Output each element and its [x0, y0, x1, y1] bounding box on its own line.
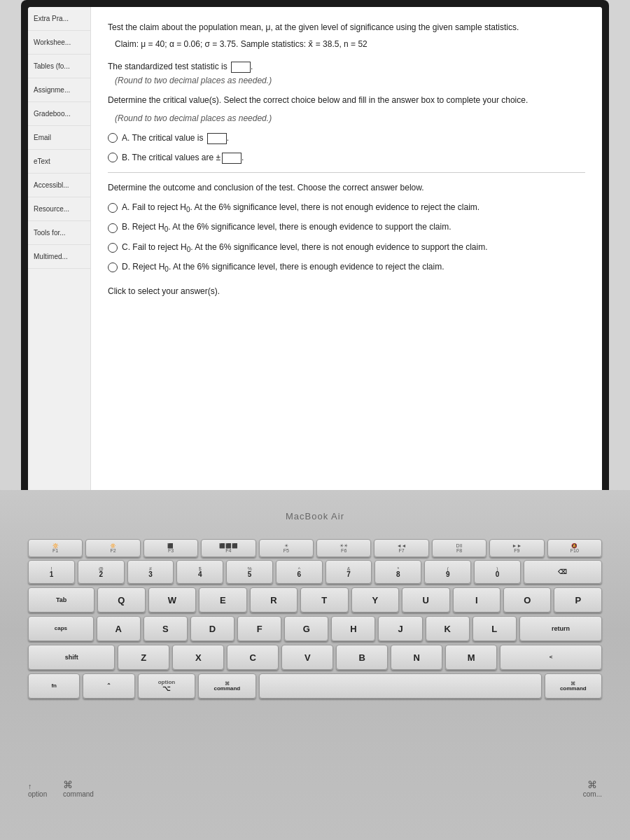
outcome-choices: A. Fail to reject H0. At the 6% signific…: [108, 201, 585, 275]
key-8[interactable]: * 8: [374, 560, 421, 584]
key-backspace[interactable]: ⌫: [524, 560, 602, 584]
key-command-right[interactable]: ⌘ command: [545, 673, 602, 699]
key-v[interactable]: V: [281, 645, 333, 670]
key-c[interactable]: C: [227, 645, 279, 670]
sidebar-item-extra-practice[interactable]: Extra Pra...: [28, 7, 90, 31]
command-label-left: ⌘ command: [63, 779, 94, 798]
key-n[interactable]: N: [391, 645, 442, 670]
key-l[interactable]: L: [472, 616, 517, 641]
sidebar-item-accessible[interactable]: Accessibl...: [28, 174, 90, 197]
key-4[interactable]: $ 4: [176, 560, 223, 584]
key-g[interactable]: G: [284, 616, 328, 641]
key-t[interactable]: T: [300, 587, 348, 612]
radio-outcome-a[interactable]: [108, 203, 118, 213]
key-b[interactable]: B: [336, 645, 388, 670]
key-i[interactable]: I: [453, 587, 500, 612]
key-y[interactable]: Y: [351, 587, 399, 612]
key-space[interactable]: [259, 673, 542, 699]
key-a[interactable]: A: [97, 616, 141, 641]
sidebar-item-worksheet[interactable]: Workshee...: [28, 31, 90, 55]
keyboard-area: MacBook Air 🔆 F1 🔅 F2 ⬛ F3 ⬛⬛⬛ F4 ☀: [0, 490, 630, 840]
key-f8[interactable]: DII F8: [432, 539, 486, 557]
key-7[interactable]: & 7: [326, 560, 372, 584]
option-text: option: [28, 790, 47, 798]
answer-box-a[interactable]: [207, 133, 227, 144]
key-u[interactable]: U: [402, 587, 449, 612]
test-statistic-box[interactable]: [231, 62, 251, 73]
sidebar-item-tables[interactable]: Tables (fo...: [28, 55, 90, 78]
key-m[interactable]: M: [445, 645, 497, 670]
choice-b-critical[interactable]: B. The critical values are ±.: [108, 151, 585, 164]
key-2[interactable]: @ 2: [78, 560, 125, 584]
choice-a-label: A. The critical value is .: [122, 132, 229, 144]
key-e[interactable]: E: [199, 587, 246, 612]
outcome-choice-d[interactable]: D. Reject H0. At the 6% significance lev…: [108, 260, 585, 274]
q-key-row: Tab Q W E R T Y U I O P: [28, 587, 602, 612]
option-symbol: ↑: [28, 782, 47, 790]
key-command-left[interactable]: ⌘ command: [198, 673, 255, 699]
key-1[interactable]: ! 1: [28, 560, 75, 584]
key-f4[interactable]: ⬛⬛⬛ F4: [201, 539, 255, 557]
radio-outcome-b[interactable]: [108, 223, 118, 233]
outcome-choice-c[interactable]: C. Fail to reject H0. At the 6% signific…: [108, 241, 585, 255]
choice-a-critical[interactable]: A. The critical value is .: [108, 132, 585, 144]
key-shift-right[interactable]: <: [500, 645, 602, 670]
key-f9[interactable]: ►► F9: [489, 539, 544, 557]
key-f[interactable]: F: [237, 616, 281, 641]
key-q[interactable]: Q: [97, 587, 145, 612]
key-6[interactable]: ^ 6: [276, 560, 323, 584]
key-f1[interactable]: 🔆 F1: [28, 539, 83, 557]
key-3[interactable]: # 3: [127, 560, 174, 584]
key-f5[interactable]: ☀ F5: [259, 539, 314, 557]
key-z[interactable]: Z: [118, 645, 169, 670]
command-symbol-left: ⌘: [63, 779, 94, 790]
sidebar-item-gradebook[interactable]: Gradeboo...: [28, 102, 90, 126]
key-tab[interactable]: Tab: [28, 587, 94, 612]
key-h[interactable]: H: [331, 616, 375, 641]
key-option-left[interactable]: option ⌥: [138, 673, 195, 699]
sidebar-item-assignments[interactable]: Assignme...: [28, 78, 90, 102]
key-f10[interactable]: 🔕 F10: [547, 539, 602, 557]
fn-key-row: 🔆 F1 🔅 F2 ⬛ F3 ⬛⬛⬛ F4 ☀ F5 ☀☀ F6: [28, 539, 602, 557]
key-0[interactable]: ) 0: [474, 560, 521, 584]
key-f7[interactable]: ◄◄ F7: [374, 539, 428, 557]
sidebar-item-etext[interactable]: eText: [28, 150, 90, 174]
key-caps-lock[interactable]: caps: [28, 616, 94, 641]
key-return[interactable]: return: [519, 616, 602, 641]
radio-outcome-d[interactable]: [108, 262, 118, 272]
key-s[interactable]: S: [144, 616, 188, 641]
key-j[interactable]: J: [378, 616, 422, 641]
key-f2[interactable]: 🔅 F2: [85, 539, 140, 557]
key-shift-left[interactable]: shift: [28, 645, 115, 670]
choice-b-label: B. The critical values are ±.: [122, 151, 244, 164]
outcome-c-text: C. Fail to reject H0. At the 6% signific…: [122, 241, 488, 255]
sidebar-item-email[interactable]: Email: [28, 126, 90, 150]
sidebar-item-multimedia[interactable]: Multimed...: [28, 245, 90, 269]
radio-b[interactable]: [108, 153, 118, 162]
key-9[interactable]: ( 9: [424, 560, 471, 584]
outcome-choice-a[interactable]: A. Fail to reject H0. At the 6% signific…: [108, 201, 585, 215]
radio-a[interactable]: [108, 133, 118, 143]
key-w[interactable]: W: [148, 587, 196, 612]
radio-outcome-c[interactable]: [108, 243, 118, 253]
keyboard: 🔆 F1 🔅 F2 ⬛ F3 ⬛⬛⬛ F4 ☀ F5 ☀☀ F6: [28, 539, 602, 702]
key-r[interactable]: R: [250, 587, 298, 612]
key-k[interactable]: K: [426, 616, 470, 641]
sidebar-item-tools[interactable]: Tools for...: [28, 221, 90, 245]
key-ctrl[interactable]: ⌃: [83, 673, 134, 699]
round-note-1: (Round to two decimal places as needed.): [115, 76, 585, 85]
key-5[interactable]: % 5: [226, 560, 273, 584]
key-p[interactable]: P: [554, 587, 601, 612]
key-f6[interactable]: ☀☀ F6: [316, 539, 371, 557]
outcome-choice-b[interactable]: B. Reject H0. At the 6% significance lev…: [108, 220, 585, 234]
key-f3[interactable]: ⬛ F3: [144, 539, 198, 557]
key-o[interactable]: O: [503, 587, 551, 612]
outcome-a-text: A. Fail to reject H0. At the 6% signific…: [122, 201, 479, 215]
sidebar-item-resources[interactable]: Resource...: [28, 197, 90, 221]
key-x[interactable]: X: [172, 645, 224, 670]
a-key-row: caps A S D F G H J K L return: [28, 616, 602, 641]
answer-box-b[interactable]: [222, 153, 241, 164]
outcome-label: Determine the outcome and conclusion of …: [108, 181, 585, 194]
key-d[interactable]: D: [190, 616, 234, 641]
key-fn[interactable]: fn: [28, 673, 80, 699]
